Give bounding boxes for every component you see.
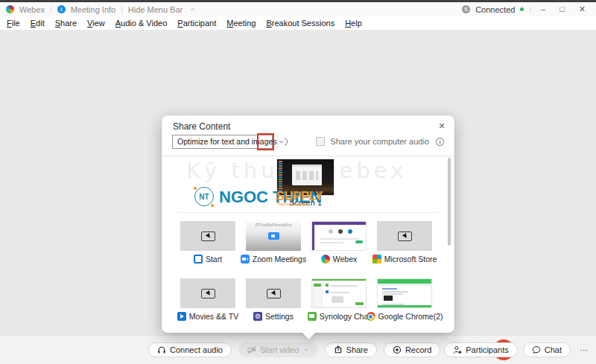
- title-bar: Webex | i Meeting Info | Hide Menu Bar ⇅…: [0, 0, 596, 16]
- wx-av: [338, 229, 343, 234]
- ch-line: [382, 293, 403, 295]
- chevron-down-icon[interactable]: [277, 135, 285, 148]
- app-label: Movies && TV: [180, 312, 235, 321]
- menu-accelerator: H: [345, 19, 351, 28]
- app-label: Settings: [246, 312, 301, 321]
- sy-btn: [355, 302, 364, 305]
- msstore-icon: [372, 255, 381, 264]
- connect-audio-button[interactable]: Connect audio: [148, 342, 232, 357]
- ch-line: [382, 291, 408, 293]
- wx-line: [320, 242, 343, 243]
- optimize-dropdown-value: Optimize for text and images: [173, 135, 277, 148]
- ch-bot: [378, 305, 431, 307]
- start-video-button: Start video: [238, 342, 318, 357]
- dialog-close-icon[interactable]: ✕: [436, 120, 448, 132]
- app-item-settings[interactable]: Settings: [246, 278, 301, 321]
- app-thumbnail: [246, 278, 301, 308]
- participants-button[interactable]: Participants: [444, 342, 517, 357]
- share-computer-audio-checkbox[interactable]: [316, 137, 325, 146]
- minimize-button[interactable]: –: [536, 2, 550, 16]
- app-item-chrome[interactable]: Google Chrome(2): [377, 278, 432, 321]
- app-label-text: Synology Chat: [320, 312, 370, 321]
- connected-green-dot: [520, 7, 524, 11]
- chrome-icon: [367, 312, 375, 321]
- app-item-synology[interactable]: Synology Chat: [311, 278, 367, 321]
- app-label: Google Chrome(2): [377, 312, 432, 321]
- share-label: Share: [346, 345, 368, 354]
- app-item-webex[interactable]: Webex: [311, 221, 367, 264]
- win-glyph: [398, 232, 412, 241]
- app-item-zoom[interactable]: ZPToolBarParentWindZoom Meetings: [246, 221, 301, 264]
- win-glyph: [201, 232, 215, 241]
- menu-item-audio-video[interactable]: Audio & Video: [110, 16, 173, 30]
- meeting-info-label[interactable]: Meeting Info: [71, 5, 116, 14]
- panel-more-options-button[interactable]: ···: [576, 345, 592, 354]
- control-toolbar: Connect audio Start video Share Record: [0, 335, 596, 364]
- maximize-button[interactable]: □: [555, 2, 569, 16]
- menu-item-participant[interactable]: Participant: [172, 16, 221, 30]
- titlebar-separator: |: [50, 5, 52, 13]
- app-item-start[interactable]: Start: [180, 221, 235, 264]
- info-icon[interactable]: i: [436, 138, 444, 146]
- app-thumbnail: ZPToolBarParentWind: [246, 221, 301, 251]
- app-thumbnail: [311, 221, 367, 251]
- app-title: Webex: [19, 5, 45, 14]
- chat-label: Chat: [545, 345, 562, 354]
- app-thumbnail: [311, 278, 367, 308]
- start-video-label: Start video: [260, 345, 299, 354]
- participants-label: Participants: [466, 345, 508, 354]
- app-label-text: Zoom Meetings: [253, 255, 306, 264]
- preview-divider: [178, 212, 438, 213]
- logo-nt-badge: NT: [194, 187, 214, 206]
- menu-item-breakout-sessions[interactable]: Breakout Sessions: [261, 16, 340, 30]
- connect-audio-label: Connect audio: [170, 345, 223, 354]
- menu-accelerator: B: [266, 19, 271, 28]
- dialog-title: Share Content: [173, 121, 230, 132]
- app-item-movies[interactable]: Movies && TV: [180, 278, 235, 321]
- sy-av2: [326, 290, 329, 293]
- menu-item-edit[interactable]: Edit: [25, 16, 50, 30]
- menu-accelerator: S: [55, 19, 60, 28]
- dialog-content: Kỹ thuật webex Screen 1 NT NGOC THIEN SU…: [162, 156, 454, 333]
- menu-accelerator: F: [7, 19, 12, 28]
- app-label-text: Start: [206, 255, 222, 264]
- settings-icon: [253, 312, 262, 321]
- chevron-up-icon: [189, 6, 196, 13]
- app-thumbnail: [377, 278, 432, 308]
- meeting-info-icon: i: [57, 5, 66, 13]
- app-item-msstore[interactable]: Microsoft Store: [377, 221, 432, 264]
- zoom-icon: [241, 255, 250, 264]
- computer-audio-group: Share your computer audio i: [316, 137, 444, 146]
- app-label: Webex: [311, 255, 367, 264]
- menu-accelerator: V: [87, 19, 92, 28]
- menu-accelerator: E: [31, 19, 36, 28]
- menu-item-file[interactable]: File: [1, 16, 25, 30]
- share-computer-audio-label: Share your computer audio: [330, 137, 429, 146]
- app-thumbnail: [180, 221, 235, 251]
- headset-icon: [157, 345, 166, 354]
- dialog-controls-row: Optimize for text and images i Share you…: [172, 133, 444, 150]
- zoom-wintitle: ZPToolBarParentWind: [246, 223, 301, 227]
- menu-item-help[interactable]: Help: [340, 16, 367, 30]
- zoom-cam: [268, 232, 279, 240]
- app-label-text: Movies && TV: [189, 312, 238, 321]
- sy-line: [330, 292, 349, 293]
- dialog-scrollbar[interactable]: [448, 158, 451, 246]
- record-button[interactable]: Record: [384, 342, 440, 357]
- chat-button[interactable]: Chat: [523, 342, 571, 357]
- menu-item-view[interactable]: View: [82, 16, 110, 30]
- toolbar-right-group: Participants Chat ···: [444, 339, 592, 360]
- ch-line: [382, 288, 397, 290]
- app-label: Zoom Meetings: [246, 255, 301, 264]
- share-button[interactable]: Share: [325, 342, 377, 357]
- menu-item-share[interactable]: Share: [50, 16, 82, 30]
- hide-menu-bar-button[interactable]: Hide Menu Bar: [128, 5, 183, 14]
- close-button[interactable]: ✕: [574, 2, 590, 16]
- share-content-dialog: Share Content ✕ Optimize for text and im…: [162, 115, 454, 333]
- logo-tagline-text: Premium Supplier: [278, 202, 308, 206]
- wx-av: [348, 229, 352, 234]
- optimize-dropdown[interactable]: Optimize for text and images: [172, 135, 273, 149]
- record-icon: [393, 345, 402, 354]
- menu-item-meeting[interactable]: Meeting: [221, 16, 261, 30]
- movies-icon: [177, 312, 186, 321]
